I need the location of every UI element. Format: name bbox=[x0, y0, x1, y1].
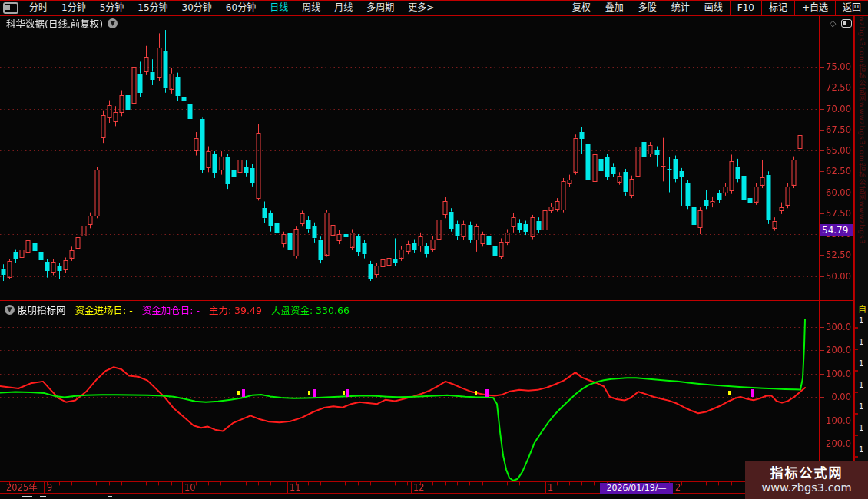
strip-tick bbox=[855, 456, 858, 458]
time-axis[interactable]: 2025年 910111212 bbox=[0, 481, 868, 494]
indicator-axis-label: -100.0 bbox=[819, 415, 851, 426]
chart-title-row: 科华数据(日线.前复权) ▼ bbox=[6, 17, 118, 29]
price-axis-label: 72.50 bbox=[819, 82, 851, 93]
month-label-2: 2 bbox=[675, 483, 681, 493]
strip-number: 1 bbox=[859, 424, 863, 432]
period-tab-60分钟[interactable]: 60分钟 bbox=[219, 1, 263, 15]
strip-tick bbox=[855, 370, 858, 372]
strip-number: 1 bbox=[859, 338, 863, 346]
strip-tick bbox=[855, 327, 858, 329]
layout-toggle-button[interactable] bbox=[0, 1, 22, 15]
stock-app-window: 分时1分钟5分钟15分钟30分钟60分钟日线周线月线多周期更多> 复权叠加多股统… bbox=[0, 0, 868, 499]
price-axis-label: 57.50 bbox=[819, 208, 851, 219]
toolbar-button-+自选[interactable]: +自选 bbox=[794, 1, 835, 15]
period-tab-月线[interactable]: 月线 bbox=[327, 1, 359, 15]
indicator-axis-label: 0.00 bbox=[819, 392, 851, 402]
price-axis-label: 52.50 bbox=[819, 250, 851, 260]
price-axis-label: 60.00 bbox=[819, 187, 851, 198]
indicator-axis-label: 100.0 bbox=[819, 368, 851, 379]
toolbar-button-叠加[interactable]: 叠加 bbox=[598, 1, 631, 15]
indicator-values: 资金进场日: -资金加仓日: -主力: 39.49大盘资金: 330.66 bbox=[66, 302, 350, 317]
chart-corner-controls: ◇ bbox=[830, 18, 852, 28]
month-divider bbox=[545, 482, 546, 493]
strip-number: 1 bbox=[859, 402, 863, 411]
period-tab-5分钟[interactable]: 5分钟 bbox=[93, 1, 131, 15]
vertical-watermark-text: wwwzbgs3com指标公式网wwwzbgs3com指标公式网wwwzbgs3 bbox=[857, 3, 867, 295]
month-divider bbox=[287, 482, 288, 493]
price-axis-label: 65.00 bbox=[819, 145, 851, 156]
month-label-10: 10 bbox=[184, 483, 196, 493]
period-menu: 分时1分钟5分钟15分钟30分钟60分钟日线周线月线多周期更多> bbox=[22, 1, 565, 15]
strip-tick bbox=[855, 435, 858, 436]
toolbar-button-画线[interactable]: 画线 bbox=[697, 1, 730, 15]
toolbar-button-F10[interactable]: F10 bbox=[730, 1, 761, 15]
period-tab-更多>[interactable]: 更多> bbox=[401, 1, 441, 15]
toolbar-button-复权[interactable]: 复权 bbox=[565, 1, 598, 15]
month-label-1: 1 bbox=[548, 483, 553, 493]
indicator-axis-label: -200.0 bbox=[819, 438, 851, 449]
indicator-field: 大盘资金: 330.66 bbox=[271, 305, 350, 316]
price-axis-label: 75.00 bbox=[819, 61, 851, 72]
month-label-9: 9 bbox=[47, 483, 52, 493]
toolbar-button-多股[interactable]: 多股 bbox=[631, 1, 664, 15]
indicator-header: ▼ 股朋指标网 资金进场日: -资金加仓日: -主力: 39.49大盘资金: 3… bbox=[0, 301, 819, 318]
watermark-url: www.zbgs3.com bbox=[761, 481, 851, 494]
indicator-field: 资金加仓日: - bbox=[142, 305, 200, 316]
indicator-field: 资金进场日: - bbox=[75, 305, 133, 316]
strip-number: 1 bbox=[859, 445, 863, 454]
stock-title: 科华数据(日线.前复权) bbox=[6, 16, 103, 31]
period-tab-分时[interactable]: 分时 bbox=[22, 1, 55, 15]
strip-tick bbox=[855, 349, 858, 350]
watchlist-tab-partial[interactable]: 自 bbox=[858, 302, 866, 315]
last-price-badge: 54.79 bbox=[820, 224, 853, 236]
chevron-down-icon[interactable]: ▼ bbox=[108, 18, 118, 28]
toolbar-button-返回[interactable]: 返回 bbox=[835, 1, 868, 15]
period-tab-日线[interactable]: 日线 bbox=[263, 1, 295, 15]
period-tab-1分钟[interactable]: 1分钟 bbox=[55, 1, 93, 15]
month-divider bbox=[411, 482, 412, 493]
maximize-panel-icon[interactable] bbox=[841, 19, 852, 28]
price-axis-label: 62.50 bbox=[819, 166, 851, 177]
panel-layout-icon bbox=[3, 2, 18, 14]
price-axis-label: 70.00 bbox=[819, 104, 851, 114]
month-label-12: 12 bbox=[413, 483, 425, 493]
strip-tick bbox=[855, 413, 858, 415]
period-tab-15分钟[interactable]: 15分钟 bbox=[131, 1, 174, 15]
indicator-axis-label: 300.0 bbox=[819, 322, 851, 332]
period-tab-周线[interactable]: 周线 bbox=[295, 1, 327, 15]
indicator-source-label: 股朋指标网 bbox=[18, 302, 66, 317]
strip-number: 1 bbox=[859, 359, 863, 368]
watermark-title: 指标公式网 bbox=[770, 465, 843, 481]
year-label: 2025年 bbox=[6, 483, 38, 493]
month-divider bbox=[44, 482, 45, 493]
indicator-field: 主力: 39.49 bbox=[209, 305, 262, 316]
toolbar-button-标记[interactable]: 标记 bbox=[761, 1, 794, 15]
month-divider bbox=[674, 482, 674, 493]
period-tab-30分钟[interactable]: 30分钟 bbox=[175, 1, 219, 15]
site-watermark: 指标公式网 www.zbgs3.com bbox=[745, 461, 868, 499]
toolbar-button-统计[interactable]: 统计 bbox=[664, 1, 697, 15]
top-toolbar: 分时1分钟5分钟15分钟30分钟60分钟日线周线月线多周期更多> 复权叠加多股统… bbox=[0, 0, 868, 16]
period-tab-多周期[interactable]: 多周期 bbox=[359, 1, 401, 15]
strip-number: 1 bbox=[859, 316, 863, 325]
collapse-indicator-icon[interactable]: ▼ bbox=[5, 305, 15, 315]
mark-diamond-icon[interactable]: ◇ bbox=[830, 18, 836, 28]
toolbar-actions: 复权叠加多股统计画线F10标记+自选返回 bbox=[565, 1, 868, 15]
kline-and-indicator-canvas[interactable] bbox=[0, 0, 868, 499]
price-axis-label: 50.00 bbox=[819, 271, 851, 282]
indicator-axis-label: 200.0 bbox=[819, 345, 851, 355]
right-side-strip[interactable]: wwwzbgs3com指标公式网wwwzbgs3com指标公式网wwwzbgs3… bbox=[854, 0, 868, 499]
strip-number: 1 bbox=[859, 381, 863, 389]
crosshair-date-badge: 2026/01/19/— bbox=[600, 483, 673, 494]
month-label-11: 11 bbox=[290, 483, 301, 493]
price-axis-label: 67.50 bbox=[819, 124, 851, 135]
strip-tick bbox=[855, 392, 858, 393]
month-divider bbox=[182, 482, 183, 493]
